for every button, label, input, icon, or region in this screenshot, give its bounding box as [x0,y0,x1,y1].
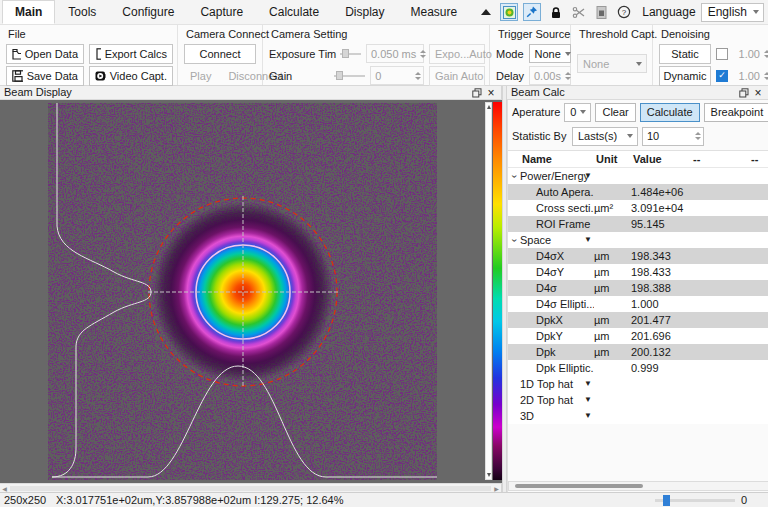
dynamic-denoise-spinbox[interactable]: 1.00 [733,66,768,85]
column-header[interactable]: -- [691,153,749,165]
trigger-delay-spinbox[interactable]: 0.00s [529,66,571,85]
statistic-count-spinbox[interactable]: 10 [642,127,704,146]
group-dropdown-icon[interactable]: ▼ [584,395,592,404]
float-panel-icon[interactable] [737,87,751,99]
beam-calc-header: Beam Calc × [507,86,768,100]
video-capture-button[interactable]: Video Capt. [89,66,173,86]
column-header[interactable]: Name [508,153,594,165]
collapse-ribbon-icon[interactable] [477,3,495,21]
status-slider-thumb[interactable] [663,495,670,506]
save-data-button[interactable]: Save Data [6,66,84,86]
table-row[interactable]: ›Space ▼ [508,232,768,248]
menu-tab[interactable]: Calculate [256,0,332,24]
table-row[interactable]: ›Power/Energy ▼ [508,168,768,184]
table-row[interactable]: ›Auto Apera... ▼ 1.484e+06 [508,184,768,200]
group-threshold-title: Threshold Capt. [577,27,648,43]
scrollbar-thumb[interactable] [515,484,643,488]
colorbar-max-arrow-icon[interactable] [487,105,491,109]
lock-icon[interactable] [546,3,564,21]
scroll-right-icon[interactable]: ▶ [492,485,501,492]
dynamic-denoise-checkbox[interactable]: ✓ [716,70,728,82]
menu-tab[interactable]: Capture [187,0,256,24]
menu-tab[interactable]: Display [332,0,397,24]
menu-tab[interactable]: Tools [55,0,109,24]
dynamic-denoise-button[interactable]: Dynamic [659,66,711,86]
connect-button[interactable]: Connect [184,44,256,64]
spinner-arrows-icon[interactable] [764,50,768,58]
clear-button[interactable]: Clear [595,103,635,122]
scissors-icon[interactable] [569,3,587,21]
aperture-select[interactable]: 0 [564,103,591,122]
menu-tab[interactable]: Measure [397,0,470,24]
gain-slider-handle[interactable] [336,71,343,80]
gain-label: Gain [269,70,329,82]
exposure-slider-handle[interactable] [342,49,349,58]
spinner-arrows-icon[interactable] [764,72,768,80]
table-row[interactable]: ›D4σ ▼ µm 198.388 [508,280,768,296]
row-name-cell: ›DpkX [508,314,594,326]
gain-auto-button[interactable]: Gain Auto [429,66,485,86]
group-dropdown-icon[interactable]: ▼ [584,379,592,388]
group-dropdown-icon[interactable]: ▼ [584,171,592,180]
colormap-image-icon[interactable] [500,3,518,21]
spinner-arrows-icon[interactable] [420,50,426,58]
report-document-icon[interactable] [592,3,610,21]
table-row[interactable]: ›Dpk Elliptic... ▼ 0.999 [508,360,768,376]
table-row[interactable]: ›3D ▼ [508,408,768,424]
scroll-left-icon[interactable]: ◀ [0,485,9,492]
beam-display-hscrollbar[interactable]: ◀ ▶ [0,483,502,492]
pin-icon[interactable] [523,3,541,21]
gain-slider[interactable] [334,71,365,81]
open-data-button[interactable]: Open Data [6,44,84,64]
table-row[interactable]: ›DpkY ▼ µm 201.696 [508,328,768,344]
beam-calc-hscrollbar[interactable] [508,481,768,491]
exposure-auto-button[interactable]: Expo...Auto [429,44,485,64]
spinner-arrows-icon[interactable] [415,72,421,80]
table-row[interactable]: ›DpkX ▼ µm 201.477 [508,312,768,328]
calculate-button[interactable]: Calculate [640,103,700,122]
export-calcs-button[interactable]: Export Calcs [89,44,173,64]
language-select[interactable]: English [701,3,764,22]
status-slider-value: 0 [741,494,747,506]
colorbar-range-slider[interactable] [485,102,492,480]
float-panel-icon[interactable] [470,87,484,99]
menu-tab[interactable]: Configure [109,0,187,24]
help-icon[interactable]: ? [615,3,633,21]
status-slider[interactable] [655,499,735,502]
menu-tab[interactable]: Main [2,0,55,24]
table-row[interactable]: ›Dpk ▼ µm 200.132 [508,344,768,360]
beam-image-canvas[interactable] [0,100,502,483]
table-row[interactable]: ›Cross secti... ▼ µm² 3.091e+04 [508,200,768,216]
statistic-by-select[interactable]: Lasts(s) [572,127,638,146]
table-row[interactable]: ›D4σY ▼ µm 198.433 [508,264,768,280]
table-row[interactable]: ›2D Top hat ▼ [508,392,768,408]
close-panel-icon[interactable]: × [484,87,498,99]
group-dropdown-icon[interactable]: ▼ [584,411,592,420]
table-row[interactable]: ›D4σ Ellipti... ▼ 1.000 [508,296,768,312]
expander-icon[interactable]: › [509,170,520,182]
column-header[interactable]: Unit [594,153,631,165]
scrollbar-track[interactable] [10,486,491,491]
threshold-select[interactable]: None [577,54,647,73]
table-row[interactable]: ›D4σX ▼ µm 198.343 [508,248,768,264]
row-unit: µm [594,282,631,294]
static-denoise-spinbox[interactable]: 1.00 [733,44,768,63]
table-row[interactable]: ›1D Top hat ▼ [508,376,768,392]
column-header[interactable]: -- [749,153,768,165]
expander-icon[interactable]: › [509,234,520,246]
exposure-slider[interactable] [340,49,361,59]
static-denoise-button[interactable]: Static [659,44,711,64]
gain-spinbox[interactable]: 0 [370,66,424,85]
spinner-arrows-icon[interactable] [695,132,701,140]
breakpoint-button[interactable]: Breakpoint [704,103,768,122]
play-button[interactable]: Play [184,66,217,86]
row-name-cell: ›Power/Energy [508,170,594,182]
colorbar-min-arrow-icon[interactable] [487,473,491,477]
static-denoise-checkbox[interactable] [716,48,728,60]
trigger-mode-select[interactable]: None [529,44,571,63]
group-dropdown-icon[interactable]: ▼ [584,235,592,244]
exposure-spinbox[interactable]: 0.050 ms [366,44,424,63]
table-row[interactable]: ›ROI Frame ▼ 95.145 [508,216,768,232]
close-panel-icon[interactable]: × [751,87,765,99]
column-header[interactable]: Value [631,153,691,165]
